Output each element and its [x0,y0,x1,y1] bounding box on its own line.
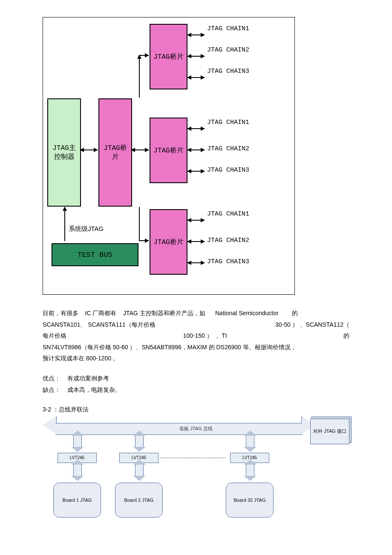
label-chain-t2: JTAG CHAIN2 [207,46,249,54]
bridge-bot: JTAG桥片 [150,209,187,275]
test-bus-block: TEST BUS [52,243,138,266]
vconn-2b [135,464,144,477]
section-title: 3-2 ：总线并联法 [43,404,349,415]
arrow-elbow-dn-v [139,207,140,240]
vconn-32a [246,435,254,448]
arrow-elbow-up-v [139,55,140,98]
label-chain-m1: JTAG CHAIN1 [207,119,249,126]
p1-l1a: 目前，有很多 [43,310,78,316]
bus-body [55,423,303,435]
section-3-2-heading: 3-2 ：总线并联法 [43,404,349,415]
paragraph-1: 目前，有很多 IC 厂商都有 JTAG 主控制器和桥片产品，如 National… [43,308,349,364]
vconn-2a [135,435,144,448]
jtag-tree-diagram: JTAG主 控制器 TEST BUS 系统级JTAG JTAG桥 片 JTAG桥… [43,17,295,295]
arrow-chain-m2 [187,150,205,150]
arrow-chain-b1 [187,220,205,221]
bridge-mid: JTAG桥片 [150,118,187,183]
arrow-elbow-up-h [139,55,149,56]
external-jtag-port: 对外 JTAG 接口 [310,419,349,444]
board-1: Board 1 JTAG [53,483,101,518]
arrow-elbow-dn-h [139,240,149,241]
label-chain-m3: JTAG CHAIN3 [207,167,249,174]
jtag-controller-block: JTAG主 控制器 [47,98,81,207]
p1-l4: SN74LVT8986（每片价格 50-60 ）、SN54ABT8996，MAX… [43,342,349,353]
arrow-ctrl-bridge [80,150,98,150]
cons-text: 成本高，电路复杂。 [67,386,121,393]
p1-l1e: 的 [292,310,298,316]
bus-parallel-diagram: 底板 JTAG 总线 对外 JTAG 接口 LVT245 Board 1 JTA… [43,420,349,530]
bridge-level1: JTAG桥 片 [98,98,132,207]
label-chain-b3: JTAG CHAIN3 [207,258,249,265]
board-2: Board 2 JTAG [115,483,163,518]
cons-label: 缺点： [43,386,61,393]
arrow-chain-t3 [187,77,205,78]
pros-text: 有成功案例参考 [67,375,109,382]
arrow-chain-b3 [187,262,205,263]
p1-l3a: 每片价格 [43,330,66,342]
p1-l3c: 的 [343,330,349,342]
pros-label: 优点： [43,375,61,382]
bus-label: 底板 JTAG 总线 [179,426,212,432]
arrow-chain-m3 [187,171,205,172]
arrow-chain-b2 [187,241,205,242]
p1-l3b: 100-150 ） ， TI [183,330,227,342]
arrow-br-mid [131,150,149,150]
pros-cons: 优点： 有成功案例参考 缺点： 成本高，电路复杂。 [43,373,349,395]
arrow-chain-t2 [187,56,205,57]
arrow-sysjtag [64,207,65,241]
vconn-32b [246,464,254,477]
label-chain-m2: JTAG CHAIN2 [207,145,249,152]
vconn-1b [73,464,82,477]
p1-l1c: JTAG 主控制器和桥片产品，如 [123,310,205,316]
label-chain-t1: JTAG CHAIN1 [207,25,249,32]
p1-l2b: 30-50 ） 、SCANSTA112（ [275,319,349,331]
label-chain-b1: JTAG CHAIN1 [207,210,249,218]
arrow-chain-m1 [187,128,205,129]
bridge-top: JTAG桥片 [150,24,187,89]
label-chain-b2: JTAG CHAIN2 [207,237,249,244]
bus-arrow-left-icon [43,416,56,434]
vconn-1a [73,435,82,448]
board-32: Board 32 JTAG [226,483,274,518]
p1-l1b: IC 厂商都有 [85,310,117,316]
system-jtag-label: 系统级JTAG [69,225,104,233]
label-chain-t3: JTAG CHAIN3 [207,68,249,75]
p1-l2a: SCANSTA101、 SCANSTA111（每片价格 [43,319,156,331]
p1-l5: 预计实现成本在 800-1200 。 [43,353,349,364]
p1-l1d: National Semiconductor [215,310,279,316]
ellipsis-dots [160,457,226,458]
arrow-chain-t1 [187,35,205,35]
